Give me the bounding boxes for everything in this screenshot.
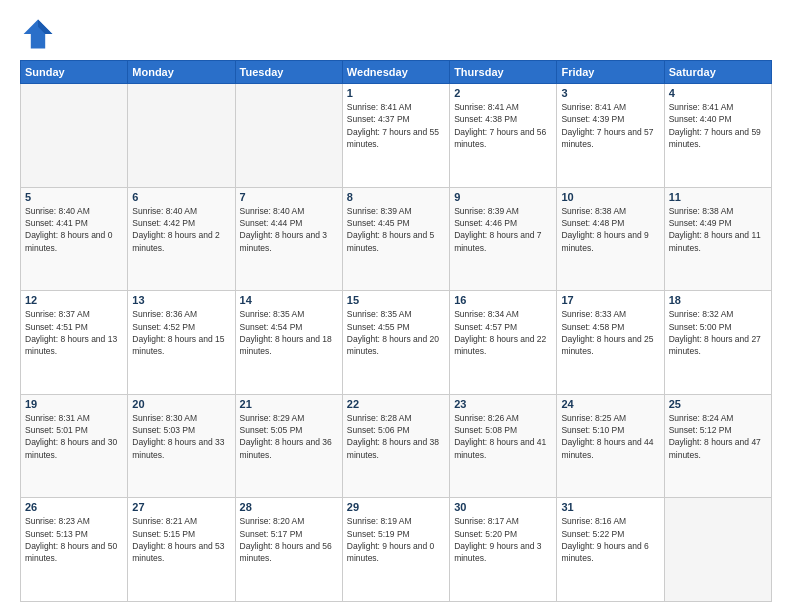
weekday-saturday: Saturday: [664, 61, 771, 84]
header: [20, 16, 772, 52]
day-cell-21: 21Sunrise: 8:29 AMSunset: 5:05 PMDayligh…: [235, 394, 342, 498]
day-info: Sunrise: 8:41 AMSunset: 4:40 PMDaylight:…: [669, 101, 767, 150]
day-number: 10: [561, 191, 659, 203]
day-number: 18: [669, 294, 767, 306]
day-info: Sunrise: 8:30 AMSunset: 5:03 PMDaylight:…: [132, 412, 230, 461]
day-info: Sunrise: 8:24 AMSunset: 5:12 PMDaylight:…: [669, 412, 767, 461]
day-number: 9: [454, 191, 552, 203]
day-number: 8: [347, 191, 445, 203]
day-info: Sunrise: 8:40 AMSunset: 4:41 PMDaylight:…: [25, 205, 123, 254]
day-cell-7: 7Sunrise: 8:40 AMSunset: 4:44 PMDaylight…: [235, 187, 342, 291]
day-cell-27: 27Sunrise: 8:21 AMSunset: 5:15 PMDayligh…: [128, 498, 235, 602]
day-number: 20: [132, 398, 230, 410]
day-number: 30: [454, 501, 552, 513]
day-cell-19: 19Sunrise: 8:31 AMSunset: 5:01 PMDayligh…: [21, 394, 128, 498]
day-cell-24: 24Sunrise: 8:25 AMSunset: 5:10 PMDayligh…: [557, 394, 664, 498]
logo: [20, 16, 60, 52]
day-number: 29: [347, 501, 445, 513]
day-number: 22: [347, 398, 445, 410]
day-number: 26: [25, 501, 123, 513]
day-info: Sunrise: 8:41 AMSunset: 4:38 PMDaylight:…: [454, 101, 552, 150]
day-cell-20: 20Sunrise: 8:30 AMSunset: 5:03 PMDayligh…: [128, 394, 235, 498]
day-number: 5: [25, 191, 123, 203]
day-info: Sunrise: 8:25 AMSunset: 5:10 PMDaylight:…: [561, 412, 659, 461]
day-cell-2: 2Sunrise: 8:41 AMSunset: 4:38 PMDaylight…: [450, 84, 557, 188]
day-info: Sunrise: 8:39 AMSunset: 4:46 PMDaylight:…: [454, 205, 552, 254]
day-info: Sunrise: 8:23 AMSunset: 5:13 PMDaylight:…: [25, 515, 123, 564]
day-info: Sunrise: 8:32 AMSunset: 5:00 PMDaylight:…: [669, 308, 767, 357]
day-cell-4: 4Sunrise: 8:41 AMSunset: 4:40 PMDaylight…: [664, 84, 771, 188]
weekday-wednesday: Wednesday: [342, 61, 449, 84]
calendar: SundayMondayTuesdayWednesdayThursdayFrid…: [20, 60, 772, 602]
day-cell-31: 31Sunrise: 8:16 AMSunset: 5:22 PMDayligh…: [557, 498, 664, 602]
day-number: 24: [561, 398, 659, 410]
weekday-sunday: Sunday: [21, 61, 128, 84]
weekday-friday: Friday: [557, 61, 664, 84]
day-cell-16: 16Sunrise: 8:34 AMSunset: 4:57 PMDayligh…: [450, 291, 557, 395]
day-info: Sunrise: 8:19 AMSunset: 5:19 PMDaylight:…: [347, 515, 445, 564]
day-info: Sunrise: 8:33 AMSunset: 4:58 PMDaylight:…: [561, 308, 659, 357]
day-cell-10: 10Sunrise: 8:38 AMSunset: 4:48 PMDayligh…: [557, 187, 664, 291]
day-info: Sunrise: 8:26 AMSunset: 5:08 PMDaylight:…: [454, 412, 552, 461]
day-info: Sunrise: 8:17 AMSunset: 5:20 PMDaylight:…: [454, 515, 552, 564]
day-number: 13: [132, 294, 230, 306]
day-info: Sunrise: 8:29 AMSunset: 5:05 PMDaylight:…: [240, 412, 338, 461]
day-cell-23: 23Sunrise: 8:26 AMSunset: 5:08 PMDayligh…: [450, 394, 557, 498]
day-info: Sunrise: 8:20 AMSunset: 5:17 PMDaylight:…: [240, 515, 338, 564]
day-number: 4: [669, 87, 767, 99]
day-number: 31: [561, 501, 659, 513]
day-info: Sunrise: 8:35 AMSunset: 4:54 PMDaylight:…: [240, 308, 338, 357]
day-number: 25: [669, 398, 767, 410]
empty-cell: [128, 84, 235, 188]
day-info: Sunrise: 8:16 AMSunset: 5:22 PMDaylight:…: [561, 515, 659, 564]
empty-cell: [664, 498, 771, 602]
day-number: 2: [454, 87, 552, 99]
day-cell-15: 15Sunrise: 8:35 AMSunset: 4:55 PMDayligh…: [342, 291, 449, 395]
day-info: Sunrise: 8:40 AMSunset: 4:42 PMDaylight:…: [132, 205, 230, 254]
day-info: Sunrise: 8:21 AMSunset: 5:15 PMDaylight:…: [132, 515, 230, 564]
day-info: Sunrise: 8:28 AMSunset: 5:06 PMDaylight:…: [347, 412, 445, 461]
day-number: 28: [240, 501, 338, 513]
day-number: 21: [240, 398, 338, 410]
day-cell-28: 28Sunrise: 8:20 AMSunset: 5:17 PMDayligh…: [235, 498, 342, 602]
day-cell-11: 11Sunrise: 8:38 AMSunset: 4:49 PMDayligh…: [664, 187, 771, 291]
week-row-5: 26Sunrise: 8:23 AMSunset: 5:13 PMDayligh…: [21, 498, 772, 602]
weekday-thursday: Thursday: [450, 61, 557, 84]
day-number: 6: [132, 191, 230, 203]
page: SundayMondayTuesdayWednesdayThursdayFrid…: [0, 0, 792, 612]
day-info: Sunrise: 8:41 AMSunset: 4:39 PMDaylight:…: [561, 101, 659, 150]
empty-cell: [21, 84, 128, 188]
day-number: 23: [454, 398, 552, 410]
day-info: Sunrise: 8:40 AMSunset: 4:44 PMDaylight:…: [240, 205, 338, 254]
day-cell-12: 12Sunrise: 8:37 AMSunset: 4:51 PMDayligh…: [21, 291, 128, 395]
day-number: 12: [25, 294, 123, 306]
day-info: Sunrise: 8:38 AMSunset: 4:49 PMDaylight:…: [669, 205, 767, 254]
day-number: 14: [240, 294, 338, 306]
day-number: 19: [25, 398, 123, 410]
day-cell-30: 30Sunrise: 8:17 AMSunset: 5:20 PMDayligh…: [450, 498, 557, 602]
day-info: Sunrise: 8:31 AMSunset: 5:01 PMDaylight:…: [25, 412, 123, 461]
day-info: Sunrise: 8:36 AMSunset: 4:52 PMDaylight:…: [132, 308, 230, 357]
day-cell-9: 9Sunrise: 8:39 AMSunset: 4:46 PMDaylight…: [450, 187, 557, 291]
day-cell-1: 1Sunrise: 8:41 AMSunset: 4:37 PMDaylight…: [342, 84, 449, 188]
day-cell-18: 18Sunrise: 8:32 AMSunset: 5:00 PMDayligh…: [664, 291, 771, 395]
day-number: 27: [132, 501, 230, 513]
day-cell-6: 6Sunrise: 8:40 AMSunset: 4:42 PMDaylight…: [128, 187, 235, 291]
day-number: 3: [561, 87, 659, 99]
day-cell-8: 8Sunrise: 8:39 AMSunset: 4:45 PMDaylight…: [342, 187, 449, 291]
week-row-4: 19Sunrise: 8:31 AMSunset: 5:01 PMDayligh…: [21, 394, 772, 498]
weekday-monday: Monday: [128, 61, 235, 84]
day-info: Sunrise: 8:38 AMSunset: 4:48 PMDaylight:…: [561, 205, 659, 254]
day-info: Sunrise: 8:35 AMSunset: 4:55 PMDaylight:…: [347, 308, 445, 357]
day-cell-22: 22Sunrise: 8:28 AMSunset: 5:06 PMDayligh…: [342, 394, 449, 498]
week-row-2: 5Sunrise: 8:40 AMSunset: 4:41 PMDaylight…: [21, 187, 772, 291]
weekday-tuesday: Tuesday: [235, 61, 342, 84]
day-cell-5: 5Sunrise: 8:40 AMSunset: 4:41 PMDaylight…: [21, 187, 128, 291]
day-cell-17: 17Sunrise: 8:33 AMSunset: 4:58 PMDayligh…: [557, 291, 664, 395]
day-cell-29: 29Sunrise: 8:19 AMSunset: 5:19 PMDayligh…: [342, 498, 449, 602]
day-info: Sunrise: 8:41 AMSunset: 4:37 PMDaylight:…: [347, 101, 445, 150]
day-info: Sunrise: 8:37 AMSunset: 4:51 PMDaylight:…: [25, 308, 123, 357]
week-row-3: 12Sunrise: 8:37 AMSunset: 4:51 PMDayligh…: [21, 291, 772, 395]
day-cell-26: 26Sunrise: 8:23 AMSunset: 5:13 PMDayligh…: [21, 498, 128, 602]
day-number: 15: [347, 294, 445, 306]
